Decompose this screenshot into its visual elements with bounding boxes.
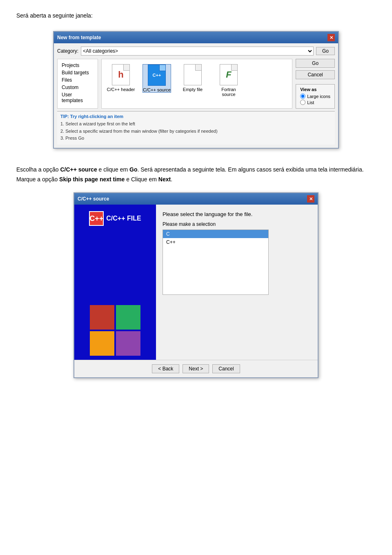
template-h-label: C/C++ header bbox=[107, 87, 135, 92]
large-icons-radio[interactable] bbox=[300, 94, 305, 99]
dialog1-top-bar: Category: <All categories> Go bbox=[57, 47, 335, 56]
template-cpp-label: C/C++ source bbox=[143, 87, 171, 92]
left-item-files[interactable]: Files bbox=[60, 76, 95, 84]
list-radio[interactable] bbox=[300, 100, 305, 105]
new-from-template-dialog: New from template ✕ Category: <All categ… bbox=[53, 31, 339, 149]
para1-dot: . bbox=[171, 176, 172, 183]
cancel-button[interactable]: Cancel bbox=[212, 364, 240, 373]
dialog1-main-area: h C/C++ header C++ C/C++ source Empty fi… bbox=[101, 59, 292, 109]
tip-step-2: 2. Select a specific wizard from the mai… bbox=[60, 128, 332, 135]
template-empty-label: Empty file bbox=[183, 87, 203, 92]
next-button[interactable]: Next > bbox=[183, 364, 209, 373]
list-item-cpp[interactable]: C++ bbox=[163, 238, 268, 246]
dialog2-bottom-buttons: < Back Next > Cancel bbox=[74, 360, 318, 377]
para1-bold: C/C++ source bbox=[60, 166, 97, 173]
dialog2-right-panel: Please select the language for the file.… bbox=[156, 205, 318, 360]
tip-steps: 1. Select a wizard type first on the lef… bbox=[60, 120, 332, 142]
cube-red bbox=[90, 305, 114, 330]
fortran-icon: F bbox=[220, 64, 238, 85]
list-label: List bbox=[307, 100, 314, 105]
para1-mid: e clique em bbox=[97, 166, 129, 173]
list-radio-row: List bbox=[300, 100, 330, 105]
large-icons-label: Large icons bbox=[307, 94, 330, 99]
para1-next: Next bbox=[158, 176, 171, 183]
dialog2-logo-text: C/C++ FILE bbox=[106, 215, 141, 222]
dialog1-title: New from template bbox=[57, 35, 101, 40]
h-icon: h bbox=[112, 64, 130, 85]
dialog1-go-button[interactable]: Go bbox=[296, 59, 335, 68]
large-icons-radio-row: Large icons bbox=[300, 94, 330, 99]
left-item-user-templates[interactable]: User templates bbox=[60, 91, 95, 104]
template-cpp-source[interactable]: C++ C/C++ source bbox=[143, 64, 171, 93]
tip-title: TIP: Try right-clicking an item bbox=[60, 114, 332, 119]
dialog2-title-text: Please select the language for the file. bbox=[163, 211, 311, 217]
left-item-build-targets[interactable]: Build targets bbox=[60, 69, 95, 76]
dialog2-top-area: C++ C/C++ FILE bbox=[89, 211, 141, 226]
dialog2-title: C/C++ source bbox=[78, 196, 109, 202]
dialog2-cubes-area bbox=[90, 305, 140, 356]
dialog2-titlebar: C/C++ source ✕ bbox=[74, 193, 318, 205]
dialog2-close-button[interactable]: ✕ bbox=[307, 195, 314, 203]
dialog2-sub-title: Please make a selection bbox=[163, 221, 311, 227]
category-label: Category: bbox=[57, 48, 78, 54]
dialog1-titlebar: New from template ✕ bbox=[54, 32, 338, 43]
cube-yellow bbox=[90, 331, 114, 356]
para1-final: e Clique em bbox=[125, 176, 158, 183]
dialog1-right-panel: Go Cancel View as Large icons List bbox=[296, 59, 335, 109]
dialog1-content-row: Projects Build targets Files Custom User… bbox=[57, 59, 335, 109]
dialog2-left-panel: C++ C/C++ FILE bbox=[74, 205, 156, 360]
category-select[interactable]: <All categories> bbox=[81, 47, 314, 56]
dialog2-logo-area: C++ C/C++ FILE bbox=[89, 211, 141, 226]
dialog1-close-button[interactable]: ✕ bbox=[327, 34, 335, 41]
left-item-projects[interactable]: Projects bbox=[60, 62, 95, 69]
template-fortran-label: Fortran source bbox=[214, 87, 243, 97]
dialog1-tip-section: TIP: Try right-clicking an item 1. Selec… bbox=[57, 111, 335, 145]
dialog1-body: Category: <All categories> Go Projects B… bbox=[54, 43, 338, 148]
cube-purple bbox=[116, 331, 140, 356]
middle-paragraph: Escolha a opção C/C++ source e clique em… bbox=[16, 165, 376, 185]
left-item-custom[interactable]: Custom bbox=[60, 84, 95, 91]
dialog2-body: C++ C/C++ FILE Please select the languag… bbox=[74, 205, 318, 360]
cpp-source-dialog: C/C++ source ✕ C++ C/C++ FILE Please sel… bbox=[74, 192, 318, 378]
list-item-c[interactable]: C bbox=[163, 230, 268, 238]
tip-step-1: 1. Select a wizard type first on the lef… bbox=[60, 120, 332, 128]
para1-skip: Skip this page next time bbox=[59, 176, 125, 183]
intro-text: Será aberta a seguinte janela: bbox=[16, 12, 376, 19]
cube-green bbox=[116, 305, 140, 330]
cpp-logo-icon: C++ bbox=[89, 211, 104, 226]
para1-text: Escolha a opção bbox=[16, 166, 60, 173]
go-button[interactable]: Go bbox=[316, 47, 335, 55]
dialog1-cancel-button[interactable]: Cancel bbox=[296, 70, 335, 79]
empty-icon bbox=[184, 64, 202, 85]
para1-go: Go bbox=[129, 166, 137, 173]
dialog2-language-list[interactable]: C C++ bbox=[163, 230, 269, 295]
back-button[interactable]: < Back bbox=[152, 364, 179, 373]
cpp-icon: C++ bbox=[148, 65, 166, 86]
dialog1-left-panel: Projects Build targets Files Custom User… bbox=[57, 59, 98, 109]
template-fortran-source[interactable]: F Fortran source bbox=[214, 64, 243, 97]
template-h-header[interactable]: h C/C++ header bbox=[107, 64, 135, 92]
tip-step-3: 3. Press Go bbox=[60, 135, 332, 142]
view-as-label: View as bbox=[300, 87, 330, 92]
view-as-group: View as Large icons List bbox=[296, 84, 335, 109]
template-empty-file[interactable]: Empty file bbox=[178, 64, 207, 92]
